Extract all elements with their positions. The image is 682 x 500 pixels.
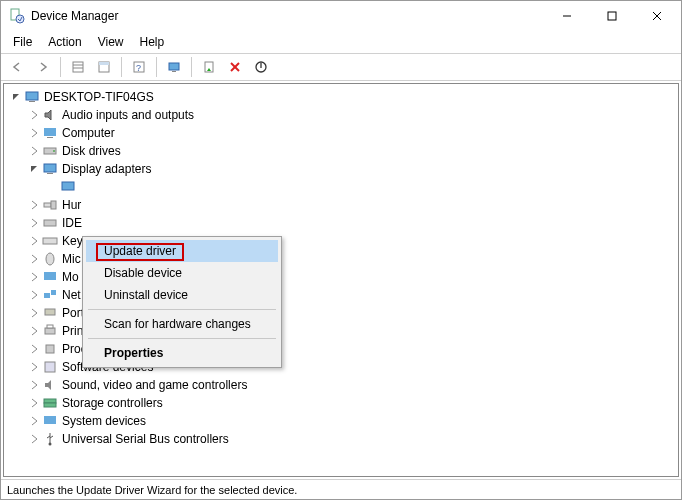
tree-item-audio[interactable]: Audio inputs and outputs (26, 106, 676, 124)
maximize-button[interactable] (589, 1, 634, 31)
expand-arrow-icon[interactable] (28, 253, 40, 265)
tree-item-disk[interactable]: Disk drives (26, 142, 676, 160)
close-button[interactable] (634, 1, 679, 31)
tree-item-display[interactable]: Display adapters (26, 160, 676, 178)
expand-arrow-icon[interactable] (28, 379, 40, 391)
tree-item-label: Disk drives (62, 144, 121, 158)
forward-button[interactable] (31, 55, 55, 79)
back-button[interactable] (5, 55, 29, 79)
tree-item-computer[interactable]: Computer (26, 124, 676, 142)
disable-button[interactable] (249, 55, 273, 79)
tree-item-label: Universal Serial Bus controllers (62, 432, 229, 446)
expand-arrow-icon[interactable] (28, 109, 40, 121)
device-tree[interactable]: DESKTOP-TIF04GS Audio inputs and outputs… (3, 83, 679, 477)
svg-rect-30 (44, 220, 56, 226)
collapse-arrow-icon[interactable] (28, 163, 40, 175)
expand-arrow-icon[interactable] (28, 343, 40, 355)
display-icon (60, 179, 76, 195)
svg-rect-36 (45, 309, 55, 315)
expand-arrow-icon[interactable] (28, 325, 40, 337)
expand-arrow-icon[interactable] (28, 271, 40, 283)
tree-item-label: Computer (62, 126, 115, 140)
svg-rect-33 (44, 272, 56, 280)
network-icon (42, 287, 58, 303)
context-menu-separator (88, 309, 276, 310)
minimize-button[interactable] (544, 1, 589, 31)
context-menu-scan[interactable]: Scan for hardware changes (86, 313, 278, 335)
tree-item-label: System devices (62, 414, 146, 428)
expand-arrow-icon[interactable] (28, 361, 40, 373)
svg-rect-28 (44, 203, 51, 207)
expand-arrow-icon[interactable] (28, 235, 40, 247)
context-menu-uninstall-device[interactable]: Uninstall device (86, 284, 278, 306)
svg-rect-40 (45, 362, 55, 372)
collapse-arrow-icon[interactable] (10, 91, 22, 103)
sound-icon (42, 377, 58, 393)
tree-item-sound[interactable]: Sound, video and game controllers (26, 376, 676, 394)
tree-item-label: IDE (62, 216, 82, 230)
svg-point-1 (16, 15, 24, 23)
svg-rect-6 (73, 62, 83, 72)
expand-arrow-icon[interactable] (28, 199, 40, 211)
mouse-icon (42, 251, 58, 267)
disk-icon (42, 143, 58, 159)
cpu-icon (42, 341, 58, 357)
svg-rect-41 (44, 399, 56, 403)
usb-icon (42, 431, 58, 447)
context-menu-update-driver[interactable]: Update driver (86, 240, 278, 262)
svg-rect-26 (47, 173, 53, 174)
device-manager-icon (9, 8, 25, 24)
tree-item-ide[interactable]: IDE (26, 214, 676, 232)
ide-icon (42, 215, 58, 231)
show-hide-tree-button[interactable] (66, 55, 90, 79)
context-menu: Update driver Disable device Uninstall d… (82, 236, 282, 368)
expand-arrow-icon[interactable] (28, 397, 40, 409)
tree-item-label: Net (62, 288, 81, 302)
context-menu-disable-device[interactable]: Disable device (86, 262, 278, 284)
menu-help[interactable]: Help (134, 33, 171, 51)
expand-arrow-icon[interactable] (28, 127, 40, 139)
speaker-icon (42, 107, 58, 123)
tree-item-hid[interactable]: Hur (26, 196, 676, 214)
system-icon (42, 413, 58, 429)
uninstall-button[interactable] (223, 55, 247, 79)
expand-arrow-icon[interactable] (28, 217, 40, 229)
monitor-button[interactable] (162, 55, 186, 79)
tree-item-label: Audio inputs and outputs (62, 108, 194, 122)
software-icon (42, 359, 58, 375)
tree-item-label (80, 180, 83, 194)
tree-root[interactable]: DESKTOP-TIF04GS (8, 88, 676, 106)
svg-rect-19 (26, 92, 38, 100)
properties-button[interactable] (92, 55, 116, 79)
svg-rect-43 (44, 416, 56, 424)
menu-file[interactable]: File (7, 33, 38, 51)
expand-arrow-icon[interactable] (28, 433, 40, 445)
svg-rect-39 (46, 345, 54, 353)
help-button[interactable]: ? (127, 55, 151, 79)
expand-arrow-icon[interactable] (28, 145, 40, 157)
svg-rect-37 (45, 328, 55, 334)
tree-item-label: Key (62, 234, 83, 248)
svg-rect-14 (172, 71, 176, 72)
svg-rect-22 (47, 137, 53, 138)
context-menu-separator (88, 338, 276, 339)
svg-rect-10 (99, 62, 109, 65)
tree-item-usb[interactable]: Universal Serial Bus controllers (26, 430, 676, 448)
no-arrow (46, 181, 58, 193)
context-menu-properties[interactable]: Properties (86, 342, 278, 364)
tree-item-system[interactable]: System devices (26, 412, 676, 430)
tree-item-display-child[interactable] (44, 178, 676, 196)
tree-item-storage[interactable]: Storage controllers (26, 394, 676, 412)
expand-arrow-icon[interactable] (28, 307, 40, 319)
svg-rect-13 (169, 63, 179, 70)
update-driver-button[interactable] (197, 55, 221, 79)
svg-rect-35 (51, 290, 56, 295)
menu-bar: File Action View Help (1, 31, 681, 53)
monitor-icon (42, 269, 58, 285)
expand-arrow-icon[interactable] (28, 415, 40, 427)
menu-view[interactable]: View (92, 33, 130, 51)
expand-arrow-icon[interactable] (28, 289, 40, 301)
svg-point-44 (49, 443, 52, 446)
svg-rect-31 (43, 238, 57, 244)
menu-action[interactable]: Action (42, 33, 87, 51)
